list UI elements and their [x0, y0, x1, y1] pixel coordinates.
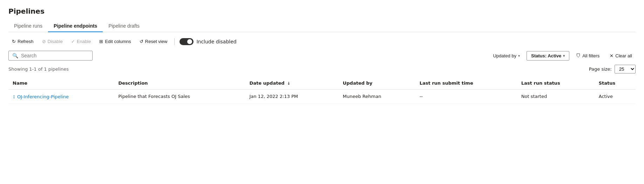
toggle-knob [187, 39, 192, 44]
refresh-button[interactable]: ↻ Refresh [8, 37, 37, 46]
reset-view-button[interactable]: ↺ Reset view [136, 37, 171, 46]
cell-name: ⫶ OJ-Inferencing-Pipeline [8, 90, 114, 104]
column-last-run-status: Last run status [517, 77, 595, 90]
enable-label: Enable [77, 39, 91, 44]
column-status: Status [595, 77, 636, 90]
reset-view-label: Reset view [145, 39, 168, 44]
filter-right: Updated by ▾ Status: Active ▾ ⛉ All filt… [489, 51, 636, 61]
page-size-select[interactable]: 25 50 100 [615, 65, 636, 73]
edit-columns-label: Edit columns [105, 39, 131, 44]
enable-button[interactable]: ✓ Enable [68, 37, 94, 46]
column-description: Description [114, 77, 245, 90]
showing-row: Showing 1-1 of 1 pipelines Page size: 25… [8, 65, 636, 73]
disable-label: Disable [48, 39, 63, 44]
filter-icon: ⛉ [576, 53, 581, 58]
page-size-label: Page size: [589, 66, 612, 72]
include-disabled-label: Include disabled [196, 39, 236, 44]
include-disabled-toggle[interactable] [179, 38, 194, 45]
edit-columns-icon: ⊞ [99, 39, 103, 44]
updated-by-label: Updated by [493, 53, 516, 58]
tab-bar: Pipeline runs Pipeline endpoints Pipelin… [8, 20, 636, 32]
cell-date-updated: Jan 12, 2022 2:13 PM [245, 90, 338, 104]
cell-description: Pipeline that Forecasts OJ Sales [114, 90, 245, 104]
reset-view-icon: ↺ [140, 39, 143, 44]
search-input[interactable] [21, 53, 89, 58]
chevron-down-icon: ▾ [518, 54, 520, 58]
close-icon: ✕ [610, 53, 614, 58]
cell-status: Active [595, 90, 636, 104]
clear-all-label: Clear all [615, 53, 632, 58]
showing-text: Showing 1-1 of 1 pipelines [8, 66, 69, 72]
cell-updated-by: Muneeb Rehman [339, 90, 415, 104]
page-title: Pipelines [8, 7, 636, 15]
disable-icon: ⊘ [42, 39, 46, 44]
page-size-container: Page size: 25 50 100 [589, 65, 636, 73]
disable-button[interactable]: ⊘ Disable [39, 37, 66, 46]
column-last-run-submit-time: Last run submit time [415, 77, 517, 90]
edit-columns-button[interactable]: ⊞ Edit columns [96, 37, 134, 46]
tab-pipeline-drafts[interactable]: Pipeline drafts [103, 20, 145, 32]
column-date-updated[interactable]: Date updated ↓ [245, 77, 338, 90]
table-row: ⫶ OJ-Inferencing-Pipeline Pipeline that … [8, 90, 636, 104]
search-icon: 🔍 [12, 53, 18, 58]
all-filters-button[interactable]: ⛉ All filters [572, 51, 603, 61]
updated-by-filter-button[interactable]: Updated by ▾ [489, 51, 524, 61]
toolbar: ↻ Refresh ⊘ Disable ✓ Enable ⊞ Edit colu… [8, 37, 636, 46]
table-header-row: Name Description Date updated ↓ Updated … [8, 77, 636, 90]
refresh-icon: ↻ [12, 39, 16, 44]
all-filters-label: All filters [582, 53, 599, 58]
column-name: Name [8, 77, 114, 90]
tab-pipeline-endpoints[interactable]: Pipeline endpoints [48, 20, 103, 32]
pipeline-link[interactable]: OJ-Inferencing-Pipeline [17, 94, 69, 99]
cell-last-run-status: Not started [517, 90, 595, 104]
status-filter-label: Status: Active [531, 53, 561, 58]
column-updated-by: Updated by [339, 77, 415, 90]
toolbar-divider [174, 38, 175, 45]
include-disabled-toggle-container: Include disabled [179, 38, 236, 45]
sort-icon: ↓ [287, 81, 290, 86]
search-box[interactable]: 🔍 [8, 51, 93, 61]
enable-icon: ✓ [71, 39, 75, 44]
pipeline-icon: ⫶ [13, 94, 15, 99]
date-updated-label: Date updated [249, 80, 284, 86]
chevron-down-icon: ▾ [563, 54, 565, 58]
filter-bar: 🔍 Updated by ▾ Status: Active ▾ ⛉ All fi… [8, 51, 636, 61]
clear-all-button[interactable]: ✕ Clear all [606, 51, 636, 60]
tab-pipeline-runs[interactable]: Pipeline runs [8, 20, 48, 32]
status-filter-button[interactable]: Status: Active ▾ [527, 51, 569, 61]
cell-last-run-submit-time: -- [415, 90, 517, 104]
refresh-label: Refresh [18, 39, 34, 44]
pipelines-table: Name Description Date updated ↓ Updated … [8, 77, 636, 104]
